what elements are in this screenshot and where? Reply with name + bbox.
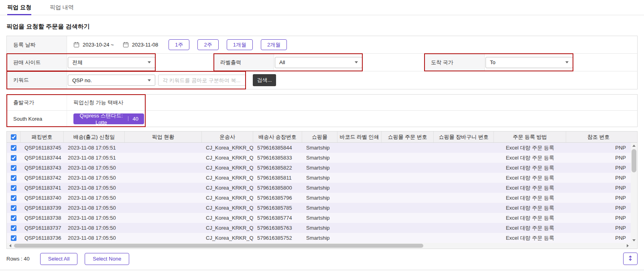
tab-pickup-request[interactable]: 픽업 요청: [7, 0, 31, 15]
cell-packing: QSP161183745: [20, 145, 64, 151]
arrival-country-select[interactable]: To: [486, 57, 573, 68]
filter-label-keyword: 키워드: [7, 71, 67, 89]
horizontal-scroll-thumb[interactable]: [14, 244, 423, 248]
keyword-type-select-value: QSP no.: [72, 77, 92, 83]
badge-divider: [128, 116, 128, 121]
row-checkbox[interactable]: [11, 175, 16, 181]
sale-site-select[interactable]: 전체: [68, 57, 155, 68]
date-from-field[interactable]: 2023-10-24 ~: [83, 42, 114, 48]
filter-label-label-print: 라벨출력: [214, 54, 274, 71]
up-down-arrow-icon: [627, 255, 634, 263]
column-header-9: 주문 등록 방법: [494, 131, 566, 142]
pickup-panel-header-row: 출발국가 픽업신청 가능 택배사: [7, 95, 637, 111]
period-1week-button[interactable]: 1주: [169, 39, 189, 50]
row-checkbox-cell: [7, 185, 20, 191]
keyword-type-select[interactable]: QSP no.: [68, 75, 155, 86]
cell-tracking: 579616385752: [253, 235, 302, 241]
horizontal-scroll-track[interactable]: [13, 243, 624, 249]
table-row: QSP1611837382023-11-08 17:05:50CJ_Korea_…: [7, 213, 637, 223]
cell-carrier: CJ_Korea_KRKR_Q...: [202, 175, 253, 181]
keyword-input[interactable]: [158, 75, 246, 86]
tab-bar: 픽업 요청 픽업 내역: [0, 0, 644, 15]
calendar-icon[interactable]: [73, 42, 79, 48]
calendar-icon[interactable]: [123, 42, 129, 48]
column-header-5: 쇼핑몰: [302, 131, 337, 142]
keyword-filter-group: 키워드 QSP no.: [7, 71, 246, 89]
cell-carrier: CJ_Korea_KRKR_Q...: [202, 185, 253, 191]
cell-packing: QSP161183743: [20, 165, 64, 171]
row-checkbox[interactable]: [11, 165, 16, 171]
vertical-scroll-track[interactable]: [631, 148, 637, 237]
select-all-checkbox[interactable]: [11, 134, 16, 140]
filter-label-arrival-country: 도착 국가: [425, 54, 485, 71]
rows-count-label: Rows : 40: [6, 256, 30, 262]
courier-badge-name: Qxpress 스탠다드: Lotte: [79, 112, 124, 125]
orders-table: 패킹번호배송(출고) 신청일픽업 현황운송사배송사 송장번호쇼핑몰바코드 라벨 …: [6, 131, 638, 249]
scroll-up-arrow[interactable]: [631, 143, 637, 148]
period-1month-button[interactable]: 1개월: [227, 39, 253, 50]
label-print-select-value: All: [279, 59, 285, 65]
cell-date: 2023-11-08 17:05:51: [64, 155, 125, 161]
cell-packing: QSP161183741: [20, 185, 64, 191]
row-checkbox[interactable]: [11, 145, 16, 151]
date-range-controls: 2023-10-24 ~ 2023-11-08 1주 2주 1개월 2개월: [67, 39, 287, 50]
column-header-3: 운송사: [202, 131, 253, 142]
row-checkbox[interactable]: [11, 155, 16, 161]
row-checkbox-cell: [7, 205, 20, 211]
row-checkbox[interactable]: [11, 185, 16, 191]
table-row: QSP1611837422023-11-08 17:05:50CJ_Korea_…: [7, 173, 637, 183]
cell-reg_method: Excel 대량 주문 등록: [494, 164, 566, 172]
cell-ref: PNP: [566, 185, 631, 191]
filter-row-keyword: 키워드 QSP no. 검색...: [7, 71, 637, 89]
scroll-left-arrow[interactable]: [7, 243, 13, 249]
select-all-button[interactable]: Select All: [40, 253, 77, 265]
filter-row-selects: 판매 사이트 전체 라벨출력 All 도착 국가 To: [7, 54, 637, 71]
sale-site-select-value: 전체: [72, 59, 83, 66]
row-checkbox-cell: [7, 175, 20, 181]
row-checkbox-cell: [7, 165, 20, 171]
row-checkbox[interactable]: [11, 215, 16, 221]
cell-mall: Smartship: [302, 175, 337, 181]
row-checkbox[interactable]: [11, 235, 16, 241]
period-2weeks-button[interactable]: 2주: [197, 39, 218, 50]
cell-mall: Smartship: [302, 205, 337, 211]
courier-badge-count: 40: [133, 116, 138, 122]
cell-reg_method: Excel 대량 주문 등록: [494, 144, 566, 152]
search-button[interactable]: 검색...: [253, 74, 276, 86]
courier-badge-button[interactable]: Qxpress 스탠다드: Lotte 40: [73, 113, 144, 124]
row-checkbox[interactable]: [11, 225, 16, 231]
label-print-select[interactable]: All: [275, 57, 362, 68]
scroll-down-arrow[interactable]: [631, 237, 637, 243]
column-header-2: 픽업 현황: [125, 131, 202, 142]
sale-site-filter-group: 판매 사이트 전체: [7, 54, 155, 71]
cell-mall: Smartship: [302, 185, 337, 191]
row-checkbox[interactable]: [11, 195, 16, 201]
cell-packing: QSP161183744: [20, 155, 64, 161]
cell-packing: QSP161183736: [20, 235, 64, 241]
cell-mall: Smartship: [302, 215, 337, 221]
cell-carrier: CJ_Korea_KRKR_Q...: [202, 165, 253, 171]
horizontal-scrollbar[interactable]: [7, 243, 631, 249]
column-header-8: 쇼핑몰 장바구니 번호: [434, 131, 494, 142]
tab-pickup-history[interactable]: 픽업 내역: [50, 0, 74, 15]
pickup-courier-panel: 출발국가 픽업신청 가능 택배사 South Korea Qxpress 스탠다…: [6, 94, 638, 127]
table-row: QSP1611837362023-11-08 17:05:50CJ_Korea_…: [7, 233, 637, 243]
select-none-button[interactable]: Select None: [85, 253, 129, 265]
scroll-right-arrow[interactable]: [624, 243, 631, 249]
vertical-scroll-thumb[interactable]: [632, 149, 636, 172]
row-checkbox-cell: [7, 235, 20, 241]
row-checkbox[interactable]: [11, 205, 16, 211]
filter-row-date: 등록 날짜 2023-10-24 ~ 2023-11-08 1주 2주 1개월 …: [7, 36, 637, 54]
date-to-field[interactable]: 2023-11-08: [132, 42, 158, 48]
chevron-down-icon: [148, 61, 151, 63]
cell-reg_method: Excel 대량 주문 등록: [494, 194, 566, 202]
vertical-scrollbar[interactable]: [631, 143, 637, 243]
cell-ref: PNP: [566, 205, 631, 211]
cell-mall: Smartship: [302, 165, 337, 171]
cell-mall: Smartship: [302, 195, 337, 201]
scroll-top-bottom-button[interactable]: [623, 253, 638, 265]
cell-date: 2023-11-08 17:05:51: [64, 145, 125, 151]
period-2months-button[interactable]: 2개월: [261, 39, 287, 50]
cell-ref: PNP: [566, 165, 631, 171]
cell-reg_method: Excel 대량 주문 등록: [494, 154, 566, 162]
